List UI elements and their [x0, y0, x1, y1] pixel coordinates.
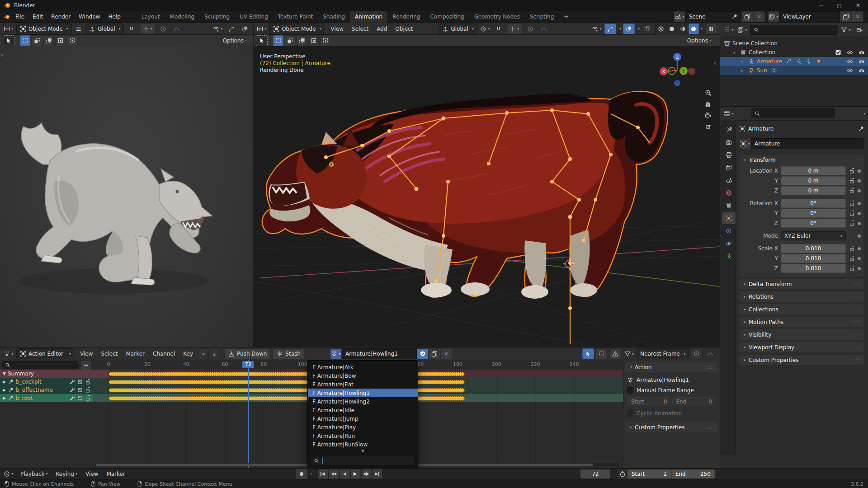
left-options-dropdown[interactable]: Options▾ — [219, 36, 251, 46]
outliner-item-label[interactable]: Armature — [757, 58, 782, 65]
object-id-dropdown[interactable]: ▾ — [739, 138, 751, 149]
select-mode-subtract-button[interactable] — [43, 35, 54, 46]
workspace-tab-layout[interactable]: Layout — [137, 11, 165, 23]
outliner-search-input[interactable] — [750, 25, 838, 35]
animate-dot[interactable] — [858, 189, 861, 192]
pivot-point-dropdown[interactable]: ▾ — [479, 23, 491, 34]
new-action-button[interactable] — [429, 348, 440, 359]
lock-icon[interactable] — [849, 200, 855, 206]
play-reverse-button[interactable] — [340, 469, 350, 479]
editor-type-properties-icon[interactable]: ▾ — [723, 108, 735, 119]
pan-hand-icon[interactable] — [705, 101, 712, 108]
show-gizmo-dropdown[interactable]: ▾ — [591, 23, 603, 34]
editor-type-dopesheet-icon[interactable]: ▾ — [3, 348, 14, 359]
menu-render[interactable]: Render — [47, 12, 75, 22]
select-mode-subtract-button[interactable] — [297, 35, 307, 46]
close-button[interactable]: ✕ — [848, 0, 868, 11]
select-mode-invert-button[interactable] — [308, 35, 319, 46]
left-snap-toggle[interactable] — [126, 23, 137, 34]
transform-value-field[interactable]: 0 m — [781, 186, 846, 195]
breadcrumb-object-label[interactable]: Armature — [748, 126, 774, 132]
proportional-edit-toggle[interactable] — [691, 348, 703, 359]
lock-icon[interactable] — [849, 245, 855, 252]
viewport-menu-select[interactable]: Select — [348, 24, 373, 34]
zoom-icon[interactable] — [705, 89, 712, 96]
dope-menu-key[interactable]: Key — [179, 349, 197, 359]
properties-tab-object[interactable] — [722, 212, 736, 224]
animate-dot[interactable] — [858, 247, 861, 250]
sidebar-collapse-arrow[interactable]: ‹ — [714, 60, 716, 66]
lock-icon[interactable] — [85, 395, 91, 401]
editor-type-3dview-icon[interactable]: ▾ — [3, 23, 14, 34]
dopesheet-mode-dropdown[interactable]: Action Editor▾ — [16, 348, 74, 359]
expand-channels-button[interactable]: ↔ — [80, 361, 91, 370]
left-mode-dropdown[interactable]: Object Mode▾ — [16, 23, 72, 34]
falloff-dropdown[interactable] — [704, 348, 716, 359]
filter-dropdown[interactable]: ▾ — [623, 348, 635, 359]
outliner-filter-dropdown[interactable]: ▾ — [840, 24, 852, 35]
expand-arrow-icon[interactable]: ▶ — [3, 396, 6, 400]
scene-end-frame-field[interactable]: End250 — [671, 469, 715, 479]
jump-to-end-button[interactable] — [372, 469, 382, 479]
channel-b_effectname[interactable]: ▶b_effectname — [0, 386, 93, 394]
animate-dot[interactable] — [858, 202, 861, 205]
collapsed-menus-button[interactable]: ≡ — [74, 24, 84, 34]
viewport-menu-add[interactable]: Add — [373, 24, 391, 34]
properties-tab-scene[interactable] — [722, 174, 736, 186]
panel-custom-properties[interactable]: ▸Custom Properties:::: — [739, 355, 864, 365]
navigation-gizmo[interactable]: Z X Y — [658, 50, 696, 88]
lock-icon[interactable] — [85, 387, 91, 393]
scroll-more-indicator[interactable]: ▼ — [308, 449, 418, 454]
action-dropdown-item[interactable]: F Armature|Run — [308, 432, 418, 440]
end-frame-field[interactable]: End0 — [672, 397, 717, 406]
start-frame-field[interactable]: Start0 — [627, 397, 671, 406]
right-falloff-dropdown[interactable] — [538, 23, 550, 34]
auto-keying-dropdown[interactable]: ▾ — [311, 472, 312, 476]
dope-menu-select[interactable]: Select — [97, 349, 122, 359]
box-select-tool[interactable] — [596, 348, 608, 359]
lock-icon[interactable] — [849, 255, 855, 262]
panel-collections[interactable]: ▸Collections:::: — [739, 304, 864, 314]
channel-name-label[interactable]: b_root — [16, 395, 33, 401]
right-orientation-dropdown[interactable]: Global▾ — [439, 23, 477, 34]
cyclic-animation-checkbox[interactable] — [627, 410, 633, 417]
shading-solid-button[interactable] — [667, 23, 677, 34]
play-button[interactable] — [350, 469, 361, 479]
shading-rendered-button[interactable] — [689, 23, 699, 34]
transform-value-field[interactable]: 0° — [781, 209, 846, 218]
channel-enable-checkbox[interactable] — [77, 395, 83, 401]
panel-visibility[interactable]: ▸Visibility:::: — [739, 329, 864, 340]
left-orientation-dropdown[interactable]: Global▾ — [85, 23, 124, 34]
transform-value-field[interactable]: 0.010 — [781, 244, 846, 253]
scene-unlink-button[interactable]: ✕ — [753, 11, 765, 22]
lock-icon[interactable] — [849, 168, 855, 174]
outliner-row-collection[interactable]: ▾Collection — [720, 48, 868, 57]
right-proportional-toggle[interactable] — [524, 23, 536, 34]
current-frame-line[interactable] — [248, 360, 249, 469]
eye-toggle-icon[interactable] — [847, 49, 853, 56]
expand-arrow-icon[interactable]: ▶ — [3, 388, 6, 392]
current-frame-field[interactable]: 72 — [580, 469, 610, 479]
select-mode-extend-button[interactable] — [285, 35, 295, 46]
menu-window[interactable]: Window — [75, 12, 104, 22]
panel-motion-paths[interactable]: ▸Motion Paths:::: — [739, 317, 864, 327]
animate-dot[interactable] — [858, 222, 861, 225]
outliner-item-label[interactable]: Sun — [757, 67, 767, 74]
action-browse-dropdown[interactable]: ▾ — [330, 348, 342, 359]
expand-arrow-icon[interactable]: ▸ — [741, 60, 746, 64]
overlays-toggle[interactable] — [623, 23, 635, 34]
push-down-button[interactable]: Push Down — [224, 348, 271, 359]
panel-grip-icon[interactable]: :::: — [854, 158, 861, 162]
properties-tab-data[interactable] — [722, 250, 736, 262]
pin-icon[interactable] — [8, 387, 14, 393]
pause-render-button[interactable] — [705, 23, 717, 34]
eye-toggle-icon[interactable] — [847, 67, 853, 74]
workspace-tab-texture-paint[interactable]: Texture Paint — [273, 11, 318, 23]
modifier-wrench-icon[interactable] — [69, 395, 75, 401]
workspace-tab-uv-editing[interactable]: UV Editing — [235, 11, 273, 23]
lock-icon[interactable] — [85, 379, 91, 385]
viewlayer-remove-button[interactable]: ✕ — [852, 11, 863, 22]
channel-b_cockpit[interactable]: ▶b_cockpit — [0, 378, 93, 386]
pin-icon[interactable] — [858, 126, 864, 132]
expand-arrow-icon[interactable]: ▸ — [741, 69, 746, 73]
